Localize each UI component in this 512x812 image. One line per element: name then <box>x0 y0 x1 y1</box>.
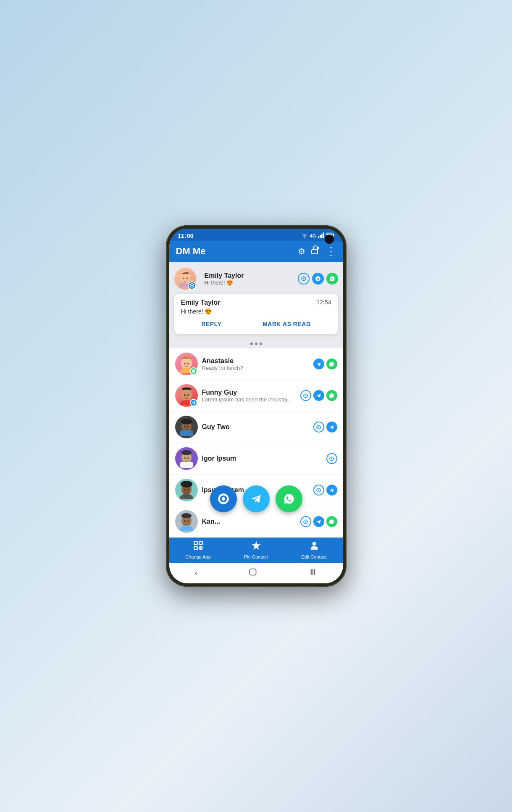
notif-preview-text: Hi there! 😍 <box>205 279 294 286</box>
edit-contact-icon-svg <box>309 540 320 551</box>
svg-point-21 <box>187 363 189 365</box>
nav-change-app[interactable]: Change App <box>169 540 227 559</box>
wa-badge-icon <box>192 369 196 373</box>
signal-app-icon[interactable] <box>298 273 310 285</box>
contact-item-igor[interactable]: Igor Ipsum <box>169 443 343 475</box>
svg-rect-29 <box>180 430 193 436</box>
guy-two-signal-icon[interactable] <box>313 422 324 432</box>
kan-info: Kan... <box>202 518 300 525</box>
notif-exp-header: Emily Taylor 12:54 <box>181 299 331 306</box>
dot-1 <box>250 343 253 345</box>
fab-signal-icon <box>218 493 229 505</box>
contact-list: Anastasie Ready for lunch? <box>169 348 343 538</box>
signal-icon6 <box>303 519 308 525</box>
funny-guy-telegram-icon[interactable] <box>313 390 324 401</box>
notif-contact-name: Emily Taylor <box>205 272 294 279</box>
fab-whatsapp-button[interactable] <box>276 485 302 512</box>
svg-point-39 <box>181 450 192 455</box>
fab-telegram-button[interactable] <box>243 485 270 512</box>
recents-button[interactable] <box>300 566 326 580</box>
igor-avatar-container <box>175 447 198 470</box>
camera-cutout <box>325 235 334 244</box>
svg-point-27 <box>305 395 306 396</box>
system-nav: ‹ <box>169 563 343 583</box>
svg-point-41 <box>331 458 332 459</box>
svg-point-38 <box>187 457 189 459</box>
notification-header-row: Emily Taylor Hi there! 😍 <box>174 265 338 292</box>
funny-guy-whatsapp-icon[interactable] <box>326 390 337 401</box>
svg-point-30 <box>184 426 186 428</box>
ipsum-telegram-icon[interactable] <box>326 485 337 496</box>
app-bar: DM Me ⚙ ⋮ <box>169 241 343 262</box>
svg-point-71 <box>312 542 316 546</box>
settings-icon[interactable]: ⚙ <box>298 246 305 256</box>
telegram-icon-svg <box>315 276 321 282</box>
anastasie-telegram-icon[interactable] <box>313 359 324 369</box>
svg-rect-3 <box>323 232 324 238</box>
edit-contact-icon <box>309 540 320 554</box>
kan-telegram-icon[interactable] <box>313 516 324 527</box>
more-icon[interactable]: ⋮ <box>326 246 336 257</box>
back-button[interactable]: ‹ <box>186 567 206 579</box>
funny-guy-avatar-container <box>175 384 198 407</box>
funny-guy-apps <box>300 390 337 401</box>
contact-item-funny-guy[interactable]: Funny Guy Lorem Ipsum has been the indus… <box>169 380 343 411</box>
anastasie-message: Ready for lunch? <box>202 365 313 371</box>
kan-whatsapp-icon[interactable] <box>326 516 337 527</box>
telegram-app-icon[interactable] <box>312 273 324 285</box>
svg-rect-72 <box>250 569 256 575</box>
funny-guy-signal-icon[interactable] <box>300 390 311 401</box>
kan-face <box>177 512 196 531</box>
status-bar: 11:00 4G <box>169 229 343 241</box>
signal-icon3 <box>316 424 321 430</box>
guy-two-avatar <box>175 416 198 438</box>
nav-edit-contact[interactable]: Edit Contact <box>285 540 343 559</box>
svg-point-34 <box>318 426 319 427</box>
signal-icon4 <box>329 456 334 461</box>
fab-area <box>210 485 302 512</box>
whatsapp-icon-svg <box>329 276 335 282</box>
anastasie-badge <box>190 367 197 375</box>
svg-point-13 <box>186 277 188 279</box>
notif-text-area: Emily Taylor Hi there! 😍 <box>205 272 294 286</box>
tg-icon6 <box>316 519 321 525</box>
recents-icon <box>309 568 317 576</box>
svg-point-22 <box>181 388 192 401</box>
svg-point-25 <box>187 394 189 396</box>
notif-exp-message: Hi there! 😍 <box>181 308 331 315</box>
anastasie-whatsapp-icon[interactable] <box>326 359 337 369</box>
nav-pin-contact[interactable]: Pin Contact <box>227 540 285 559</box>
igor-signal-icon[interactable] <box>326 453 337 464</box>
tg-icon2 <box>316 393 321 398</box>
notif-exp-time: 12:54 <box>316 299 331 306</box>
guy-two-telegram-icon[interactable] <box>326 422 337 432</box>
ipsum-apps <box>313 485 337 496</box>
anastasie-name: Anastasie <box>202 357 313 365</box>
dots-indicator <box>169 339 343 348</box>
signal-bars-icon <box>318 232 325 239</box>
whatsapp-app-icon[interactable] <box>326 273 338 285</box>
change-app-label: Change App <box>185 554 211 559</box>
wa-icon6 <box>329 519 334 525</box>
reply-button[interactable]: REPLY <box>194 319 228 329</box>
wa-icon2 <box>329 393 334 398</box>
contact-item-guy-two[interactable]: Guy Two <box>169 411 343 443</box>
network-icon: 4G <box>310 233 316 238</box>
guy-two-avatar-container <box>175 416 198 438</box>
mark-read-button[interactable]: MARK AS READ <box>256 319 317 329</box>
emily-app-badge <box>188 281 196 290</box>
signal-badge-icon <box>189 283 194 288</box>
svg-rect-65 <box>194 541 197 545</box>
home-button[interactable] <box>240 566 265 580</box>
kan-avatar <box>175 510 198 533</box>
ipsum-avatar <box>175 479 198 501</box>
kan-apps <box>300 516 337 527</box>
contact-item-anastasie[interactable]: Anastasie Ready for lunch? <box>169 348 343 380</box>
guy-two-face <box>177 418 196 436</box>
pin-contact-label: Pin Contact <box>244 554 268 559</box>
add-lock-icon[interactable] <box>310 245 320 258</box>
svg-rect-0 <box>318 236 319 238</box>
ipsum-signal-icon[interactable] <box>313 485 324 496</box>
kan-signal-icon[interactable] <box>300 516 311 527</box>
fab-signal-button[interactable] <box>210 485 237 512</box>
